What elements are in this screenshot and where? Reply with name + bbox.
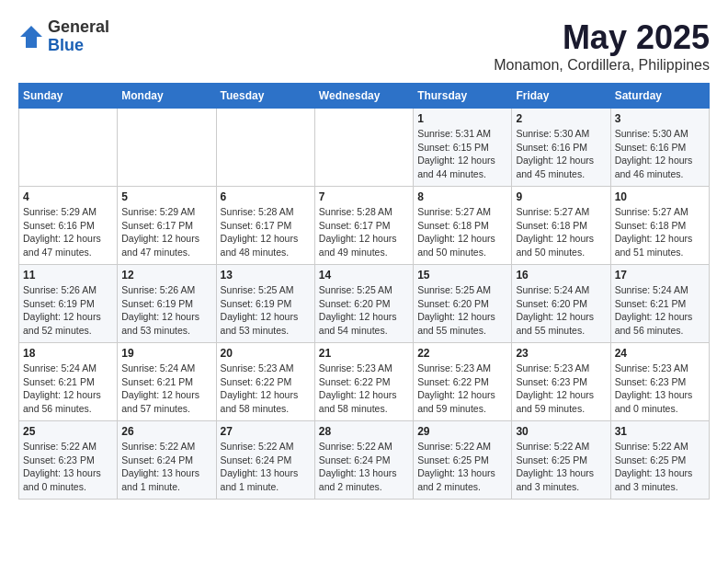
calendar-cell: 6Sunrise: 5:28 AM Sunset: 6:17 PM Daylig…	[216, 187, 314, 265]
day-info: Sunrise: 5:22 AM Sunset: 6:25 PM Dayligh…	[417, 440, 507, 494]
calendar-cell: 22Sunrise: 5:23 AM Sunset: 6:22 PM Dayli…	[414, 343, 512, 421]
day-info: Sunrise: 5:24 AM Sunset: 6:21 PM Dayligh…	[615, 283, 705, 338]
day-number: 15	[417, 269, 507, 282]
day-info: Sunrise: 5:22 AM Sunset: 6:24 PM Dayligh…	[221, 440, 311, 494]
day-info: Sunrise: 5:27 AM Sunset: 6:18 PM Dayligh…	[516, 205, 606, 259]
calendar-cell: 12Sunrise: 5:26 AM Sunset: 6:19 PM Dayli…	[118, 265, 216, 343]
calendar-cell: 27Sunrise: 5:22 AM Sunset: 6:24 PM Dayli…	[216, 421, 314, 500]
calendar-cell	[216, 109, 314, 187]
day-info: Sunrise: 5:28 AM Sunset: 6:17 PM Dayligh…	[319, 205, 409, 259]
calendar-cell: 25Sunrise: 5:22 AM Sunset: 6:23 PM Dayli…	[19, 421, 118, 500]
calendar-cell: 29Sunrise: 5:22 AM Sunset: 6:25 PM Dayli…	[414, 421, 512, 500]
day-number: 19	[121, 347, 211, 360]
calendar-subtitle: Monamon, Cordillera, Philippines	[494, 57, 710, 74]
calendar-cell: 1Sunrise: 5:31 AM Sunset: 6:15 PM Daylig…	[414, 109, 512, 187]
calendar-cell: 16Sunrise: 5:24 AM Sunset: 6:20 PM Dayli…	[512, 265, 610, 343]
weekday-header-sunday: Sunday	[19, 84, 118, 109]
day-number: 11	[23, 269, 113, 282]
calendar-cell: 23Sunrise: 5:23 AM Sunset: 6:23 PM Dayli…	[512, 343, 610, 421]
day-info: Sunrise: 5:27 AM Sunset: 6:18 PM Dayligh…	[615, 205, 705, 259]
day-info: Sunrise: 5:23 AM Sunset: 6:23 PM Dayligh…	[615, 362, 705, 416]
weekday-header-saturday: Saturday	[610, 84, 709, 109]
calendar-cell: 3Sunrise: 5:30 AM Sunset: 6:16 PM Daylig…	[610, 109, 709, 187]
logo: General Blue	[18, 18, 109, 55]
calendar-cell: 17Sunrise: 5:24 AM Sunset: 6:21 PM Dayli…	[610, 265, 709, 343]
day-number: 17	[615, 269, 705, 282]
day-info: Sunrise: 5:22 AM Sunset: 6:23 PM Dayligh…	[23, 440, 113, 494]
day-number: 27	[221, 425, 311, 438]
title-block: May 2025 Monamon, Cordillera, Philippine…	[494, 18, 710, 74]
day-number: 4	[23, 190, 113, 203]
weekday-header-monday: Monday	[118, 84, 216, 109]
day-number: 28	[319, 425, 409, 438]
calendar-cell: 2Sunrise: 5:30 AM Sunset: 6:16 PM Daylig…	[512, 109, 610, 187]
day-number: 29	[417, 425, 507, 438]
calendar-cell: 21Sunrise: 5:23 AM Sunset: 6:22 PM Dayli…	[314, 343, 413, 421]
day-info: Sunrise: 5:25 AM Sunset: 6:20 PM Dayligh…	[319, 283, 409, 338]
calendar-cell: 24Sunrise: 5:23 AM Sunset: 6:23 PM Dayli…	[610, 343, 709, 421]
day-number: 31	[615, 425, 705, 438]
day-number: 8	[417, 190, 507, 203]
day-number: 30	[516, 425, 606, 438]
day-info: Sunrise: 5:22 AM Sunset: 6:24 PM Dayligh…	[121, 440, 211, 494]
day-number: 5	[121, 190, 211, 203]
weekday-header-tuesday: Tuesday	[216, 84, 314, 109]
weekday-header-row: SundayMondayTuesdayWednesdayThursdayFrid…	[19, 84, 710, 109]
calendar-cell	[19, 109, 118, 187]
day-number: 18	[23, 347, 113, 360]
calendar-week-row: 1Sunrise: 5:31 AM Sunset: 6:15 PM Daylig…	[19, 109, 710, 187]
day-info: Sunrise: 5:28 AM Sunset: 6:17 PM Dayligh…	[221, 205, 311, 259]
calendar-cell: 8Sunrise: 5:27 AM Sunset: 6:18 PM Daylig…	[414, 187, 512, 265]
calendar-cell: 31Sunrise: 5:22 AM Sunset: 6:25 PM Dayli…	[610, 421, 709, 500]
calendar-week-row: 4Sunrise: 5:29 AM Sunset: 6:16 PM Daylig…	[19, 187, 710, 265]
day-number: 21	[319, 347, 409, 360]
day-info: Sunrise: 5:26 AM Sunset: 6:19 PM Dayligh…	[23, 283, 113, 338]
calendar-week-row: 25Sunrise: 5:22 AM Sunset: 6:23 PM Dayli…	[19, 421, 710, 500]
calendar-cell: 28Sunrise: 5:22 AM Sunset: 6:24 PM Dayli…	[314, 421, 413, 500]
calendar-cell: 5Sunrise: 5:29 AM Sunset: 6:17 PM Daylig…	[118, 187, 216, 265]
calendar-cell: 30Sunrise: 5:22 AM Sunset: 6:25 PM Dayli…	[512, 421, 610, 500]
calendar-cell: 11Sunrise: 5:26 AM Sunset: 6:19 PM Dayli…	[19, 265, 118, 343]
day-info: Sunrise: 5:26 AM Sunset: 6:19 PM Dayligh…	[121, 283, 211, 338]
calendar-cell	[118, 109, 216, 187]
calendar-cell: 18Sunrise: 5:24 AM Sunset: 6:21 PM Dayli…	[19, 343, 118, 421]
day-number: 1	[417, 112, 507, 125]
day-info: Sunrise: 5:23 AM Sunset: 6:23 PM Dayligh…	[516, 362, 606, 416]
day-info: Sunrise: 5:30 AM Sunset: 6:16 PM Dayligh…	[615, 127, 705, 181]
day-info: Sunrise: 5:23 AM Sunset: 6:22 PM Dayligh…	[221, 362, 311, 416]
day-info: Sunrise: 5:27 AM Sunset: 6:18 PM Dayligh…	[417, 205, 507, 259]
page-header: General Blue May 2025 Monamon, Cordiller…	[18, 18, 710, 74]
day-info: Sunrise: 5:24 AM Sunset: 6:21 PM Dayligh…	[121, 362, 211, 416]
calendar-cell: 13Sunrise: 5:25 AM Sunset: 6:19 PM Dayli…	[216, 265, 314, 343]
logo-general-text: General	[48, 18, 109, 37]
day-info: Sunrise: 5:23 AM Sunset: 6:22 PM Dayligh…	[417, 362, 507, 416]
calendar-cell	[314, 109, 413, 187]
calendar-cell: 15Sunrise: 5:25 AM Sunset: 6:20 PM Dayli…	[414, 265, 512, 343]
day-number: 3	[615, 112, 705, 125]
calendar-cell: 10Sunrise: 5:27 AM Sunset: 6:18 PM Dayli…	[610, 187, 709, 265]
day-number: 24	[615, 347, 705, 360]
calendar-cell: 20Sunrise: 5:23 AM Sunset: 6:22 PM Dayli…	[216, 343, 314, 421]
day-number: 6	[221, 190, 311, 203]
calendar-table: SundayMondayTuesdayWednesdayThursdayFrid…	[18, 83, 710, 500]
day-number: 9	[516, 190, 606, 203]
day-info: Sunrise: 5:25 AM Sunset: 6:19 PM Dayligh…	[221, 283, 311, 338]
svg-marker-0	[20, 26, 42, 48]
day-info: Sunrise: 5:24 AM Sunset: 6:21 PM Dayligh…	[23, 362, 113, 416]
day-number: 13	[221, 269, 311, 282]
calendar-cell: 4Sunrise: 5:29 AM Sunset: 6:16 PM Daylig…	[19, 187, 118, 265]
day-number: 14	[319, 269, 409, 282]
calendar-week-row: 11Sunrise: 5:26 AM Sunset: 6:19 PM Dayli…	[19, 265, 710, 343]
day-number: 12	[121, 269, 211, 282]
day-number: 26	[121, 425, 211, 438]
day-info: Sunrise: 5:30 AM Sunset: 6:16 PM Dayligh…	[516, 127, 606, 181]
day-number: 16	[516, 269, 606, 282]
day-number: 23	[516, 347, 606, 360]
logo-icon	[18, 24, 44, 50]
calendar-cell: 26Sunrise: 5:22 AM Sunset: 6:24 PM Dayli…	[118, 421, 216, 500]
calendar-week-row: 18Sunrise: 5:24 AM Sunset: 6:21 PM Dayli…	[19, 343, 710, 421]
weekday-header-thursday: Thursday	[414, 84, 512, 109]
logo-blue-text: Blue	[48, 37, 109, 55]
day-info: Sunrise: 5:31 AM Sunset: 6:15 PM Dayligh…	[417, 127, 507, 181]
calendar-cell: 9Sunrise: 5:27 AM Sunset: 6:18 PM Daylig…	[512, 187, 610, 265]
